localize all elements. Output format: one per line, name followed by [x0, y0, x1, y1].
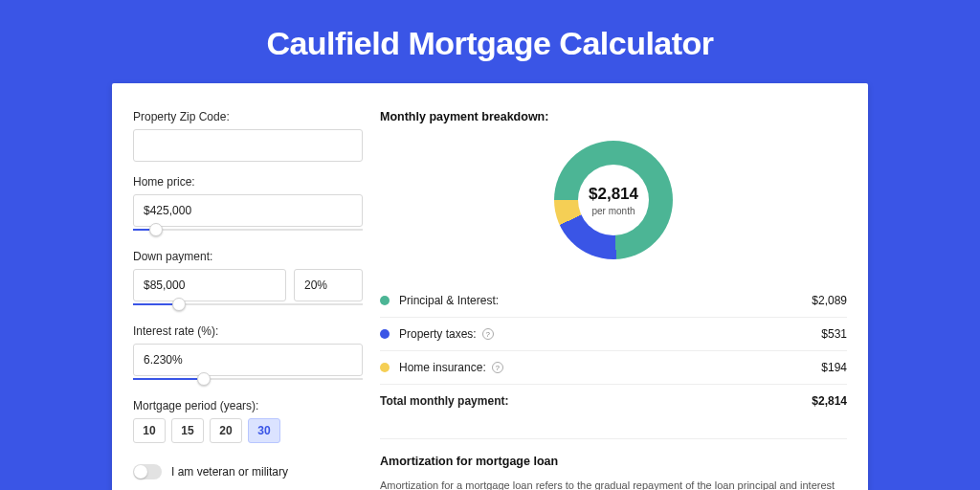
- breakdown-title: Monthly payment breakdown:: [380, 110, 847, 123]
- breakdown-total-row: Total monthly payment:$2,814: [380, 384, 847, 417]
- period-button-30[interactable]: 30: [248, 418, 280, 443]
- amortization-title: Amortization for mortgage loan: [380, 455, 847, 468]
- donut-chart: $2,814 per month: [554, 141, 673, 259]
- home-price-field: Home price:: [133, 175, 363, 236]
- breakdown-row: Property taxes:?$531: [380, 317, 847, 350]
- slider-line: [133, 229, 363, 231]
- veteran-toggle[interactable]: [133, 464, 162, 479]
- breakdown-value: $2,089: [812, 294, 847, 307]
- total-value: $2,814: [812, 394, 847, 408]
- period-label: Mortgage period (years):: [133, 399, 363, 412]
- down-payment-amount-input[interactable]: [133, 269, 286, 301]
- zip-field: Property Zip Code:: [133, 110, 363, 162]
- down-payment-pct-input[interactable]: [294, 269, 363, 301]
- home-price-label: Home price:: [133, 175, 363, 189]
- down-payment-field: Down payment:: [133, 250, 363, 311]
- help-icon[interactable]: ?: [482, 328, 494, 340]
- breakdown-label: Property taxes:?: [399, 327, 821, 341]
- down-payment-slider[interactable]: [133, 300, 363, 311]
- breakdown-list: Principal & Interest:$2,089Property taxe…: [380, 284, 847, 417]
- breakdown-label-text: Property taxes:: [399, 327, 477, 341]
- veteran-label: I am veteran or military: [171, 465, 288, 479]
- breakdown-value: $531: [821, 327, 847, 341]
- legend-dot: [380, 296, 390, 305]
- amortization-section: Amortization for mortgage loan Amortizat…: [380, 438, 847, 490]
- slider-thumb[interactable]: [197, 372, 211, 386]
- slider-thumb[interactable]: [149, 223, 163, 236]
- donut-amount: $2,814: [589, 185, 638, 204]
- legend-dot: [380, 329, 390, 339]
- slider-thumb[interactable]: [172, 298, 186, 311]
- breakdown-label-text: Home insurance:: [399, 361, 486, 374]
- help-icon[interactable]: ?: [492, 362, 503, 373]
- total-label: Total monthly payment:: [380, 394, 812, 408]
- interest-slider[interactable]: [133, 374, 363, 386]
- veteran-row: I am veteran or military: [133, 464, 363, 479]
- breakdown-label: Principal & Interest:: [399, 294, 812, 307]
- breakdown-label-text: Principal & Interest:: [399, 294, 499, 307]
- period-button-15[interactable]: 15: [171, 418, 204, 443]
- slider-line: [133, 378, 363, 380]
- breakdown-row: Principal & Interest:$2,089: [380, 284, 847, 317]
- zip-label: Property Zip Code:: [133, 110, 363, 123]
- legend-dot: [380, 363, 390, 372]
- zip-input[interactable]: [133, 129, 363, 162]
- period-button-10[interactable]: 10: [133, 418, 166, 443]
- interest-label: Interest rate (%):: [133, 324, 363, 338]
- interest-field: Interest rate (%):: [133, 324, 363, 386]
- breakdown-panel: Monthly payment breakdown: $2,814 per mo…: [380, 110, 847, 490]
- page-title: Caulfield Mortgage Calculator: [0, 0, 980, 83]
- amortization-text: Amortization for a mortgage loan refers …: [380, 478, 847, 490]
- donut-sub: per month: [591, 206, 635, 216]
- calculator-card: Property Zip Code: Home price: Down paym…: [112, 83, 868, 490]
- donut-wrap: $2,814 per month: [380, 135, 847, 277]
- breakdown-row: Home insurance:?$194: [380, 350, 847, 384]
- interest-input[interactable]: [133, 344, 363, 376]
- slider-line: [133, 303, 363, 305]
- home-price-slider[interactable]: [133, 225, 363, 236]
- period-field: Mortgage period (years): 10152030: [133, 399, 363, 443]
- down-payment-label: Down payment:: [133, 250, 363, 263]
- form-panel: Property Zip Code: Home price: Down paym…: [133, 110, 363, 490]
- donut-center: $2,814 per month: [578, 165, 649, 235]
- home-price-input[interactable]: [133, 194, 363, 227]
- period-button-20[interactable]: 20: [210, 418, 242, 443]
- breakdown-value: $194: [821, 361, 847, 374]
- breakdown-label: Home insurance:?: [399, 361, 821, 374]
